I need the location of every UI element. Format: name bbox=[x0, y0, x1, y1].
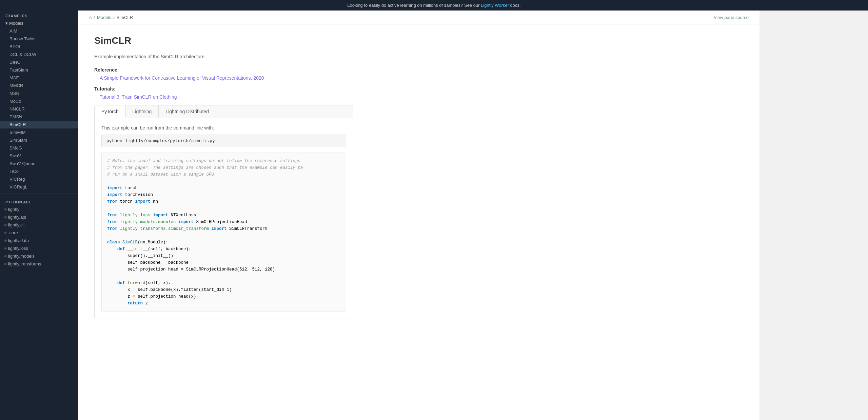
models-toggle-icon: ▾ bbox=[5, 21, 8, 26]
code-line-from-loss: from lightly.loss import NTXentLoss bbox=[107, 212, 340, 219]
sidebar-item-swav[interactable]: SwaV bbox=[0, 152, 78, 160]
run-description: This example can be run from the command… bbox=[101, 125, 346, 131]
breadcrumb-bar: ⌂ / Models / SimCLR View page source bbox=[78, 11, 760, 24]
sidebar-divider bbox=[0, 194, 78, 194]
code-line-import-torchvision: import torchvision bbox=[107, 192, 340, 198]
expand-icon-core: ⊕ bbox=[4, 231, 7, 235]
sidebar-item-nnclr[interactable]: NNCLR bbox=[0, 105, 78, 113]
sidebar-item-moco[interactable]: MoCo bbox=[0, 97, 78, 105]
sidebar-item-lightly-cli[interactable]: ⊕ lightly.cli bbox=[0, 221, 78, 229]
tab-lightning[interactable]: Lightning bbox=[126, 105, 159, 118]
tutorials-label: Tutorials: bbox=[94, 86, 353, 92]
sidebar-item-lightly-transforms[interactable]: ⊕ lightly.transforms bbox=[0, 260, 78, 268]
code-line-from-modules: from lightly.models.modules import SimCL… bbox=[107, 219, 340, 225]
sidebar-item-lightly-api[interactable]: ⊕ lightly.api bbox=[0, 213, 78, 221]
code-line-proj-head: self.projection_head = SimCLRProjectionH… bbox=[107, 266, 340, 273]
home-icon[interactable]: ⌂ bbox=[89, 15, 92, 20]
breadcrumb-sep-1: / bbox=[94, 15, 95, 20]
content-area: SimCLR Example implementation of the Sim… bbox=[78, 24, 370, 330]
tab-pytorch[interactable]: PyTorch bbox=[95, 105, 126, 118]
tab-content-pytorch: This example can be run from the command… bbox=[95, 118, 353, 319]
expand-icon-data: ⊕ bbox=[4, 239, 7, 242]
lightly-api-label: lightly.api bbox=[8, 215, 26, 220]
lightly-transforms-label: lightly.transforms bbox=[8, 261, 41, 266]
core-label: .core bbox=[8, 230, 18, 235]
code-line-from-torch: from torch import nn bbox=[107, 198, 340, 205]
banner-text: Looking to easily do active learning on … bbox=[347, 3, 481, 8]
sidebar-item-tico[interactable]: TiCo bbox=[0, 167, 78, 175]
sidebar-item-lightly-models[interactable]: ⊕ lightly.models bbox=[0, 252, 78, 260]
banner-link[interactable]: Lightly Worker bbox=[481, 3, 509, 8]
expand-icon: ⊕ bbox=[4, 207, 7, 211]
sidebar-item-vicreg[interactable]: VICReg bbox=[0, 175, 78, 183]
sidebar-item-byol[interactable]: BYOL bbox=[0, 43, 78, 51]
code-line-init: def __init__(self, backbone): bbox=[107, 246, 340, 253]
code-line-return: return z bbox=[107, 300, 340, 307]
code-line-import-torch: import torch bbox=[107, 185, 340, 192]
lightly-label: lightly bbox=[8, 207, 19, 212]
sidebar-item-msn[interactable]: MSN bbox=[0, 89, 78, 97]
sidebar-item-simmim[interactable]: SimMIM bbox=[0, 128, 78, 136]
sidebar-item-lightly-loss[interactable]: ⊕ lightly.loss bbox=[0, 244, 78, 252]
sidebar-item-vicregl[interactable]: VICRegL bbox=[0, 183, 78, 191]
sidebar-item-simclr[interactable]: SimCLR bbox=[0, 121, 78, 128]
sidebar-item-lightly-data[interactable]: ⊕ lightly.data bbox=[0, 237, 78, 244]
breadcrumb: ⌂ / Models / SimCLR bbox=[89, 15, 133, 20]
sidebar-item-fastsiam[interactable]: FastSiam bbox=[0, 66, 78, 74]
view-source-link[interactable]: View page source bbox=[714, 15, 749, 20]
code-block: # Note: The model and training settings … bbox=[101, 153, 346, 312]
expand-icon-transforms: ⊕ bbox=[4, 262, 7, 266]
expand-icon-models: ⊕ bbox=[4, 254, 7, 258]
sidebar-item-smog[interactable]: SMoG bbox=[0, 144, 78, 152]
examples-section-label: EXAMPLES bbox=[0, 11, 78, 19]
tabs-container: PyTorch Lightning Lightning Distributed … bbox=[94, 105, 353, 319]
sidebar-item-simsiam[interactable]: SimSiam bbox=[0, 136, 78, 144]
page-title: SimCLR bbox=[94, 35, 353, 46]
expand-icon-api: ⊕ bbox=[4, 215, 7, 219]
code-line-backbone: self.backbone = backbone bbox=[107, 259, 340, 266]
breadcrumb-models[interactable]: Models bbox=[97, 15, 111, 20]
sidebar-item-barlow-twins[interactable]: Barlow Twins bbox=[0, 35, 78, 43]
sidebar: EXAMPLES ▾ Models AIM Barlow Twins BYOL … bbox=[0, 11, 78, 420]
lightly-cli-label: lightly.cli bbox=[8, 222, 24, 227]
sidebar-item-dino[interactable]: DINO bbox=[0, 58, 78, 66]
right-panel bbox=[760, 11, 868, 420]
reference-link[interactable]: A Simple Framework for Contrastive Learn… bbox=[94, 75, 353, 81]
breadcrumb-sep-2: / bbox=[113, 15, 115, 20]
sidebar-item-swav-queue[interactable]: SwaV Queue bbox=[0, 160, 78, 167]
tutorial-link[interactable]: Tutorial 3: Train SimCLR on Clothing bbox=[94, 94, 353, 100]
code-comment-1: # Note: The model and training settings … bbox=[107, 158, 340, 164]
sidebar-item-mae[interactable]: MAE bbox=[0, 74, 78, 82]
code-line-flatten: x = self.backbone(x).flatten(start_dim=1… bbox=[107, 286, 340, 293]
models-group-label: Models bbox=[9, 21, 23, 26]
lightly-models-label: lightly.models bbox=[8, 254, 35, 259]
python-api-section-label: PYTHON API bbox=[0, 197, 78, 205]
top-banner: Looking to easily do active learning on … bbox=[0, 0, 868, 11]
lightly-data-label: lightly.data bbox=[8, 238, 29, 243]
main-content: ⌂ / Models / SimCLR View page source Sim… bbox=[78, 11, 760, 420]
code-line-proj: z = self.projection_head(x) bbox=[107, 293, 340, 300]
code-comment-3: # run on a small dataset with a single G… bbox=[107, 171, 340, 178]
page-description: Example implementation of the SimCLR arc… bbox=[94, 53, 353, 60]
code-line-from-transforms: from lightly.transforms.simclr_transform… bbox=[107, 225, 340, 232]
code-line-super: super().__init__() bbox=[107, 253, 340, 259]
banner-suffix: docs. bbox=[510, 3, 521, 8]
code-line-forward: def forward(self, x): bbox=[107, 280, 340, 286]
sidebar-item-dcl[interactable]: DCL & DCLW bbox=[0, 51, 78, 58]
sidebar-item-core[interactable]: ⊕ .core bbox=[0, 229, 78, 237]
models-group-toggle[interactable]: ▾ Models bbox=[0, 19, 78, 27]
sidebar-item-lightly[interactable]: ⊕ lightly bbox=[0, 205, 78, 213]
code-comment-2: # from the paper. The settings are chose… bbox=[107, 164, 340, 171]
lightly-loss-label: lightly.loss bbox=[8, 246, 28, 251]
tab-lightning-distributed[interactable]: Lightning Distributed bbox=[159, 105, 216, 118]
code-line-class: class SimCLR(nn.Module): bbox=[107, 239, 340, 246]
expand-icon-loss: ⊕ bbox=[4, 246, 7, 250]
expand-icon-cli: ⊕ bbox=[4, 223, 7, 227]
main-layout: EXAMPLES ▾ Models AIM Barlow Twins BYOL … bbox=[0, 11, 868, 420]
reference-label: Reference: bbox=[94, 67, 353, 73]
command-box: python lightly/examples/pytorch/simclr.p… bbox=[101, 135, 346, 147]
sidebar-item-aim[interactable]: AIM bbox=[0, 27, 78, 35]
breadcrumb-current: SimCLR bbox=[117, 15, 133, 20]
sidebar-item-pmsn[interactable]: PMSN bbox=[0, 113, 78, 121]
sidebar-item-mmcr[interactable]: MMCR bbox=[0, 82, 78, 89]
